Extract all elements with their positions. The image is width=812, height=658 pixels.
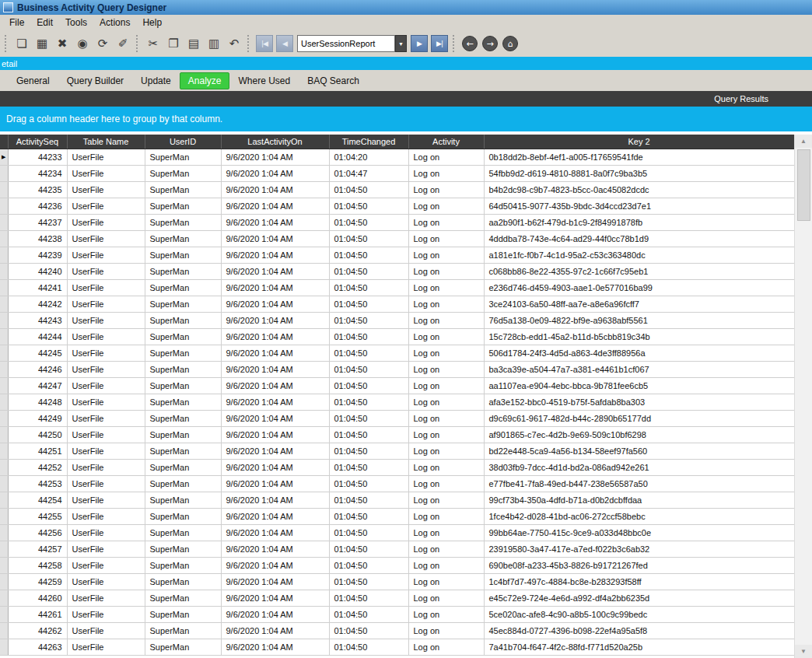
- cell-activityseq[interactable]: 44253: [8, 475, 67, 492]
- cell-lastactivityon[interactable]: 9/6/2020 1:04 AM: [221, 606, 329, 622]
- table-row[interactable]: 44236UserFileSuperMan9/6/2020 1:04 AM01:…: [0, 198, 794, 214]
- cell-userid[interactable]: SuperMan: [145, 590, 221, 606]
- cell-key-2[interactable]: aa1107ea-e904-4ebc-bbca-9b781fee6cb5: [484, 377, 794, 394]
- cell-table-name[interactable]: UserFile: [67, 426, 145, 443]
- cell-activity[interactable]: Log on: [408, 361, 484, 377]
- cell-table-name[interactable]: UserFile: [67, 475, 145, 492]
- cell-timechanged[interactable]: 01:04:50: [329, 443, 408, 459]
- cell-activity[interactable]: Log on: [408, 296, 484, 312]
- cell-userid[interactable]: SuperMan: [145, 606, 221, 622]
- cell-key-2[interactable]: aa2b90f1-b62f-479d-b1c9-2f84991878fb: [484, 214, 794, 230]
- cell-lastactivityon[interactable]: 9/6/2020 1:04 AM: [221, 279, 329, 296]
- cell-key-2[interactable]: 99bb64ae-7750-415c-9ce9-a033d48bbc0e: [484, 524, 794, 541]
- cell-timechanged[interactable]: 01:04:50: [329, 573, 408, 590]
- cell-lastactivityon[interactable]: 9/6/2020 1:04 AM: [221, 377, 329, 394]
- cell-activity[interactable]: Log on: [408, 443, 484, 459]
- cell-table-name[interactable]: UserFile: [67, 622, 145, 639]
- clear-button[interactable]: ✐: [113, 33, 133, 54]
- cell-table-name[interactable]: UserFile: [67, 557, 145, 573]
- cell-activityseq[interactable]: 44260: [8, 590, 67, 606]
- cell-userid[interactable]: SuperMan: [145, 443, 221, 459]
- row-selector[interactable]: [0, 541, 8, 557]
- cell-userid[interactable]: SuperMan: [145, 410, 221, 426]
- back-button[interactable]: ←: [462, 36, 478, 51]
- cell-userid[interactable]: SuperMan: [145, 149, 221, 165]
- combobox-dropdown-button[interactable]: ▼: [395, 35, 407, 52]
- cell-activityseq[interactable]: 44234: [8, 165, 67, 181]
- cell-key-2[interactable]: a181e1fc-f0b7-4c1d-95a2-c53c363480dc: [484, 247, 794, 263]
- row-selector[interactable]: [0, 606, 8, 622]
- cell-table-name[interactable]: UserFile: [67, 590, 145, 606]
- cell-lastactivityon[interactable]: 9/6/2020 1:04 AM: [221, 590, 329, 606]
- table-row[interactable]: 44247UserFileSuperMan9/6/2020 1:04 AM01:…: [0, 377, 794, 394]
- cell-key-2[interactable]: 506d1784-24f3-4d5d-a863-4de3ff88956a: [484, 345, 794, 361]
- table-row[interactable]: 44234UserFileSuperMan9/6/2020 1:04 AM01:…: [0, 165, 794, 181]
- cell-lastactivityon[interactable]: 9/6/2020 1:04 AM: [221, 328, 329, 345]
- cell-key-2[interactable]: e236d746-d459-4903-aae1-0e577016ba99: [484, 279, 794, 296]
- cell-table-name[interactable]: UserFile: [67, 573, 145, 590]
- cell-key-2[interactable]: 690be08f-a233-45b3-8826-b91721267fed: [484, 557, 794, 573]
- cell-timechanged[interactable]: 01:04:50: [329, 410, 408, 426]
- cell-activity[interactable]: Log on: [408, 573, 484, 590]
- paste-button[interactable]: ▤: [184, 33, 204, 54]
- cell-timechanged[interactable]: 01:04:50: [329, 247, 408, 263]
- cell-activityseq[interactable]: 44245: [8, 345, 67, 361]
- scroll-down-icon[interactable]: ▼: [795, 645, 812, 658]
- table-row[interactable]: 44261UserFileSuperMan9/6/2020 1:04 AM01:…: [0, 606, 794, 622]
- cell-key-2[interactable]: 76d5a138-0e09-4822-bf9e-a9638abf5561: [484, 312, 794, 328]
- cell-activity[interactable]: Log on: [408, 426, 484, 443]
- new-button[interactable]: ❏: [12, 33, 32, 54]
- cell-key-2[interactable]: bd22e448-5ca9-4a56-b134-58eef97fa560: [484, 443, 794, 459]
- cell-lastactivityon[interactable]: 9/6/2020 1:04 AM: [221, 492, 329, 508]
- cell-userid[interactable]: SuperMan: [145, 345, 221, 361]
- cell-lastactivityon[interactable]: 9/6/2020 1:04 AM: [221, 557, 329, 573]
- cell-activity[interactable]: Log on: [408, 377, 484, 394]
- row-selector[interactable]: [0, 410, 8, 426]
- cell-userid[interactable]: SuperMan: [145, 279, 221, 296]
- cell-key-2[interactable]: 1fce4b42-d028-41bd-ac06-272ccf58bebc: [484, 508, 794, 524]
- row-selector[interactable]: [0, 459, 8, 475]
- cell-key-2[interactable]: d9c69c61-9617-482d-b44c-2890b65177dd: [484, 410, 794, 426]
- cell-userid[interactable]: SuperMan: [145, 541, 221, 557]
- cell-key-2[interactable]: e45c72e9-724e-4e6d-a992-df4a2bb6235d: [484, 590, 794, 606]
- row-selector[interactable]: [0, 181, 8, 198]
- row-selector[interactable]: [0, 345, 8, 361]
- cell-activityseq[interactable]: 44254: [8, 492, 67, 508]
- cell-timechanged[interactable]: 01:04:50: [329, 345, 408, 361]
- cell-timechanged[interactable]: 01:04:50: [329, 198, 408, 214]
- cell-activity[interactable]: Log on: [408, 524, 484, 541]
- cell-activity[interactable]: Log on: [408, 492, 484, 508]
- cell-lastactivityon[interactable]: 9/6/2020 1:04 AM: [221, 296, 329, 312]
- cell-userid[interactable]: SuperMan: [145, 198, 221, 214]
- cell-userid[interactable]: SuperMan: [145, 639, 221, 655]
- cell-activity[interactable]: Log on: [408, 394, 484, 410]
- cell-timechanged[interactable]: 01:04:50: [329, 606, 408, 622]
- cell-key-2[interactable]: 54fbb9d2-d619-4810-8881-8a0f7c9ba3b5: [484, 165, 794, 181]
- cell-key-2[interactable]: e77fbe41-7fa8-49ed-b447-238e56587a50: [484, 475, 794, 492]
- row-selector[interactable]: [0, 573, 8, 590]
- cell-timechanged[interactable]: 01:04:50: [329, 328, 408, 345]
- table-row[interactable]: 44259UserFileSuperMan9/6/2020 1:04 AM01:…: [0, 573, 794, 590]
- cell-activity[interactable]: Log on: [408, 606, 484, 622]
- table-row[interactable]: 44249UserFileSuperMan9/6/2020 1:04 AM01:…: [0, 410, 794, 426]
- cell-userid[interactable]: SuperMan: [145, 524, 221, 541]
- cell-activityseq[interactable]: 44241: [8, 279, 67, 296]
- cell-activityseq[interactable]: 44246: [8, 361, 67, 377]
- cell-activity[interactable]: Log on: [408, 198, 484, 214]
- cell-lastactivityon[interactable]: 9/6/2020 1:04 AM: [221, 149, 329, 165]
- cell-activityseq[interactable]: 44257: [8, 541, 67, 557]
- cell-activityseq[interactable]: 44239: [8, 247, 67, 263]
- cell-timechanged[interactable]: 01:04:50: [329, 475, 408, 492]
- table-row[interactable]: 44262UserFileSuperMan9/6/2020 1:04 AM01:…: [0, 622, 794, 639]
- first-record-button[interactable]: |◀: [256, 35, 273, 52]
- cell-activityseq[interactable]: 44250: [8, 426, 67, 443]
- cell-activityseq[interactable]: 44256: [8, 524, 67, 541]
- cell-key-2[interactable]: 64d50415-9077-435b-9bdc-3d4ccd23d7e1: [484, 198, 794, 214]
- row-selector[interactable]: [0, 230, 8, 247]
- cell-table-name[interactable]: UserFile: [67, 443, 145, 459]
- table-row[interactable]: 44235UserFileSuperMan9/6/2020 1:04 AM01:…: [0, 181, 794, 198]
- cell-table-name[interactable]: UserFile: [67, 394, 145, 410]
- tab-where-used[interactable]: Where Used: [229, 72, 299, 89]
- cell-key-2[interactable]: c068bb86-8e22-4355-97c2-1c66f7c95eb1: [484, 263, 794, 279]
- cell-userid[interactable]: SuperMan: [145, 557, 221, 573]
